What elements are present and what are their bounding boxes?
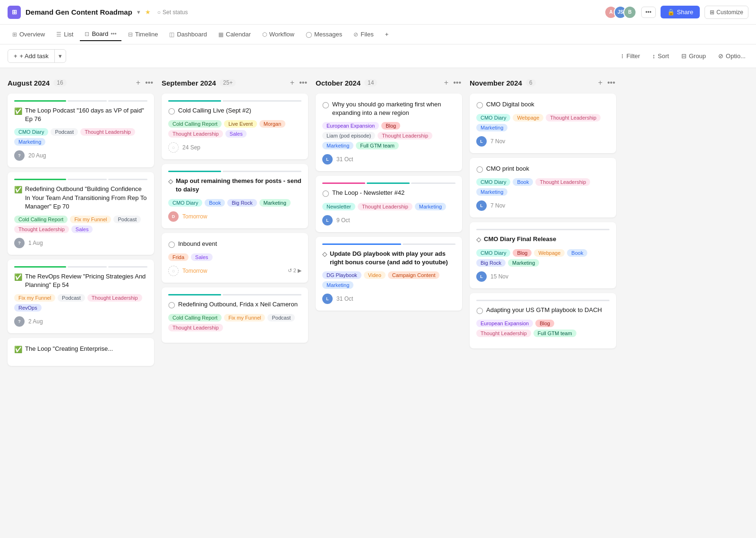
tag[interactable]: Thought Leadership [80,128,135,136]
tag[interactable]: Full GTM team [356,142,399,149]
tag[interactable]: Marketing [508,259,539,267]
tag[interactable]: Book [567,249,587,257]
nav-overview[interactable]: ⊞ Overview [8,28,50,41]
add-task-arrow-button[interactable]: ▾ [54,50,66,62]
nav-workflow[interactable]: ⬡ Workflow [258,28,299,41]
card-aug2[interactable]: ✅ Redefining Outbound "Building Confiden… [8,172,154,255]
tag[interactable]: Webpage [534,249,565,257]
card-aug3[interactable]: ✅ The RevOps Review "Pricing Strategies … [8,260,154,333]
tag[interactable]: Morgan [259,120,285,128]
tag[interactable]: Podcast [267,314,295,321]
customize-button[interactable]: ⊞ Customize [704,6,748,19]
nav-add[interactable]: + [380,28,394,41]
card-sep3[interactable]: ◯ Inbound event FridaSales○Tomorrow↺ 2 ▶ [162,233,308,283]
more-button[interactable]: ••• [641,7,656,18]
nav-board[interactable]: ⊡ Board ••• [80,27,121,41]
nav-dashboard[interactable]: ◫ Dashboard [164,28,212,41]
tag[interactable]: Fix my Funnel [14,294,55,302]
column-add-button[interactable]: + [289,78,295,88]
nav-calendar[interactable]: ▦ Calendar [214,28,256,41]
group-button[interactable]: ⊟ Group [679,51,709,61]
board-more-icon[interactable]: ••• [111,31,117,37]
card-sep2[interactable]: ◇ Map out remaining themes for posts - s… [162,164,308,228]
set-status-btn[interactable]: ○ Set status [157,9,188,16]
tag[interactable]: Sales [71,226,93,233]
tag[interactable]: Campaign Content [388,271,440,279]
nav-messages[interactable]: ◯ Messages [301,28,347,41]
tag[interactable]: CMO Diary [476,114,510,121]
card-nov4[interactable]: ◯ Adapting your US GTM playbook to DACH … [470,293,616,348]
sort-button[interactable]: ↕ Sort [650,51,672,61]
tag[interactable]: Blog [535,320,554,327]
options-button[interactable]: ⊘ Optio... [715,51,748,61]
tag[interactable]: Marketing [476,124,507,131]
tag[interactable]: CMO Diary [168,199,202,207]
tag[interactable]: Full GTM team [533,330,576,337]
tag[interactable]: Liam (pod episode) [322,132,375,139]
column-more-button[interactable]: ••• [144,78,154,88]
column-more-button[interactable]: ••• [452,78,462,88]
tag[interactable]: Marketing [259,199,291,207]
tag[interactable]: Podcast [58,294,85,302]
tag[interactable]: Podcast [113,216,141,223]
tag[interactable]: Podcast [51,128,78,136]
card-sep1[interactable]: ◯ Cold Calling Live (Sept #2) Cold Calli… [162,94,308,159]
tag[interactable]: Live Event [224,120,257,128]
tag[interactable]: Frida [168,253,189,261]
tag[interactable]: Thought Leadership [358,203,412,210]
tag[interactable]: Thought Leadership [476,330,531,337]
column-more-button[interactable]: ••• [298,78,308,88]
card-oct1[interactable]: ◯ Why you should go marketing first when… [316,94,462,171]
tag[interactable]: Big Rock [476,259,506,267]
tag[interactable]: Fix my Funnel [224,314,265,321]
card-sep4[interactable]: ◯ Redefining Outbound, Frida x Neil Came… [162,287,308,343]
tag[interactable]: Thought Leadership [378,132,432,139]
tag[interactable]: Thought Leadership [168,130,223,138]
column-add-button[interactable]: + [597,78,603,88]
tag[interactable]: Cold Calling Report [168,120,222,128]
tag[interactable]: Marketing [415,203,446,210]
chevron-down-icon[interactable]: ▾ [137,9,140,16]
tag[interactable]: Book [205,199,225,207]
tag[interactable]: CMO Diary [476,178,510,186]
tag[interactable]: CMO Diary [14,128,48,136]
tag[interactable]: Blog [513,249,532,257]
tag[interactable]: European Expansion [322,122,379,130]
column-add-button[interactable]: + [443,78,449,88]
tag[interactable]: Marketing [14,138,45,146]
tag[interactable]: Cold Calling Report [168,314,222,321]
card-nov2[interactable]: ◯ CMO print book CMO DiaryBookThought Le… [470,158,616,217]
card-oct3[interactable]: ◇ Update DG playbook with play your ads … [316,237,462,311]
tag[interactable]: RevOps [14,304,42,312]
tag[interactable]: DG Playbook [322,271,361,279]
tag[interactable]: Marketing [322,142,353,149]
tag[interactable]: Book [513,178,533,186]
tag[interactable]: Thought Leadership [14,226,69,233]
tag[interactable]: CMO Diary [476,249,510,257]
tag[interactable]: Blog [381,122,400,130]
card-oct2[interactable]: ◯ The Loop - Newsletter #42 NewsletterTh… [316,176,462,232]
tag[interactable]: Webpage [513,114,543,121]
share-button[interactable]: 🔒 Share [661,6,700,18]
card-nov1[interactable]: ◯ CMO Digital book CMO DiaryWebpageThoug… [470,94,616,153]
tag[interactable]: European Expansion [476,320,533,327]
add-task-main-button[interactable]: + + Add task [8,50,54,62]
nav-list[interactable]: ☰ List [52,28,78,41]
tag[interactable]: Fix my Funnel [70,216,111,223]
tag[interactable]: Marketing [322,281,353,289]
column-more-button[interactable]: ••• [606,78,616,88]
tag[interactable]: Cold Calling Report [14,216,68,223]
tag[interactable]: Marketing [476,188,507,196]
column-add-button[interactable]: + [135,78,141,88]
tag[interactable]: Thought Leadership [168,324,223,331]
card-aug1[interactable]: ✅ The Loop Podcast "160 days as VP of pa… [8,94,154,167]
tag[interactable]: Sales [191,253,213,261]
tag[interactable]: Sales [225,130,247,138]
star-icon[interactable]: ★ [145,9,151,16]
filter-button[interactable]: ⫶ Filter [618,51,643,61]
nav-files[interactable]: ⊘ Files [349,28,378,41]
tag[interactable]: Thought Leadership [546,114,601,121]
tag[interactable]: Thought Leadership [87,294,142,302]
card-aug4[interactable]: ✅ The Loop "Creating Enterprise... [8,338,154,366]
tag[interactable]: Video [364,271,386,279]
